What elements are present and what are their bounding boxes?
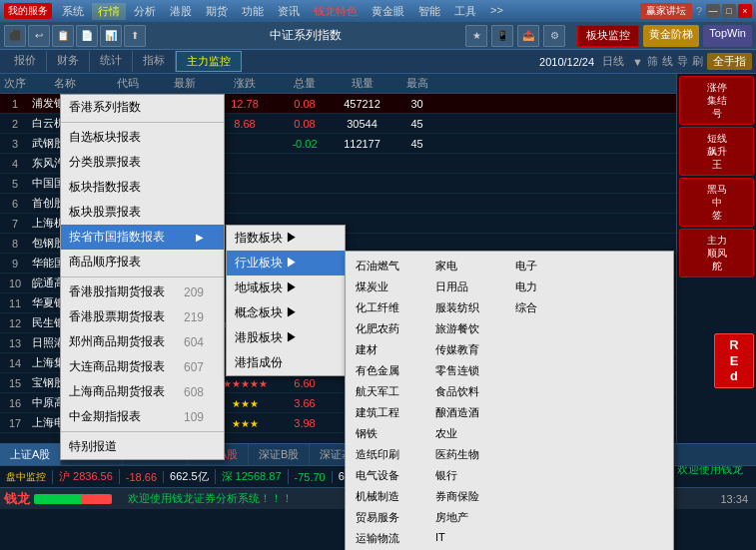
industry-item[interactable]	[589, 507, 669, 528]
winner-talk-button[interactable]: 赢家讲坛	[640, 3, 692, 19]
maximize-button[interactable]: □	[722, 4, 736, 18]
menu-item-hk-futures-2[interactable]: 香港股票期货报表 219	[61, 304, 224, 329]
filter-btn[interactable]: 筛	[647, 54, 658, 69]
red-badge[interactable]: REd	[714, 333, 754, 388]
industry-item[interactable]	[509, 360, 589, 381]
industry-item[interactable]	[589, 360, 669, 381]
sidebar-btn-zangtingjijie[interactable]: 涨停 集结 号	[679, 76, 754, 125]
toolbar-icon-6[interactable]: ⬆	[124, 25, 146, 47]
tab-quote[interactable]: 报价	[4, 51, 47, 72]
industry-item[interactable]	[589, 256, 669, 276]
close-button[interactable]: ×	[738, 4, 752, 18]
menu-system[interactable]: 系统	[56, 3, 90, 20]
industry-item[interactable]: 酿酒造酒	[429, 402, 509, 423]
menu-ai[interactable]: 智能	[412, 3, 446, 20]
industry-item[interactable]: 运输物流	[350, 528, 429, 549]
toolbar-right-icon-3[interactable]: 📤	[517, 25, 539, 47]
industry-item[interactable]: 建筑工程	[350, 402, 429, 423]
menu-item-hk-series[interactable]: 香港系列指数	[61, 95, 224, 120]
gold-ladder-button[interactable]: 黄金阶梯	[643, 25, 699, 47]
industry-item[interactable]	[589, 276, 669, 297]
submenu-industry-block-item[interactable]: 行业板块 ▶ 石油燃气 家电 电子 煤炭业 日用品 电力	[227, 251, 345, 275]
menu-item-commodity-order[interactable]: 商品顺序报表	[61, 250, 224, 275]
menu-item-custom-block[interactable]: 自选板块报表	[61, 125, 224, 150]
minimize-button[interactable]: —	[706, 4, 720, 18]
industry-item[interactable]: 电子	[509, 256, 589, 276]
industry-item[interactable]: 零售连锁	[429, 360, 509, 381]
block-monitor-button[interactable]: 板块监控	[577, 25, 639, 47]
submenu-hk-block-item[interactable]: 港股板块 ▶	[227, 325, 345, 350]
industry-item[interactable]	[509, 507, 589, 528]
industry-item[interactable]: 房地产	[429, 507, 509, 528]
topwin-button[interactable]: TopWin	[703, 25, 752, 47]
toolbar-right-icon-2[interactable]: 📱	[491, 25, 513, 47]
submenu-index-block-item[interactable]: 指数板块 ▶	[227, 226, 345, 251]
industry-item[interactable]	[589, 402, 669, 423]
industry-item[interactable]: 建材	[350, 339, 429, 360]
industry-item[interactable]	[589, 528, 669, 549]
export-btn[interactable]: 导	[677, 54, 688, 69]
industry-item[interactable]	[589, 486, 669, 507]
industry-item[interactable]: 医药生物	[429, 444, 509, 465]
menu-item-shanghai-futures[interactable]: 上海商品期货报表 608	[61, 379, 224, 404]
tab-finance[interactable]: 财务	[47, 51, 90, 72]
industry-item[interactable]	[589, 381, 669, 402]
menu-analysis[interactable]: 分析	[128, 3, 162, 20]
sidebar-btn-heimazhong[interactable]: 黑马 中 签	[679, 178, 754, 227]
industry-item[interactable]: 化肥农药	[350, 318, 429, 339]
menu-hk[interactable]: 港股	[164, 3, 198, 20]
sidebar-btn-zhulishunfengdu[interactable]: 主力 顺风 舵	[679, 229, 754, 277]
industry-item[interactable]	[509, 444, 589, 465]
industry-item[interactable]	[509, 318, 589, 339]
toolbar-right-icon-4[interactable]: ⚙	[543, 25, 565, 47]
menu-tools[interactable]: 工具	[448, 3, 482, 20]
line-btn[interactable]: 线	[662, 54, 673, 69]
sidebar-btn-duanxian[interactable]: 短线 飙升 王	[679, 127, 754, 176]
industry-item[interactable]	[509, 528, 589, 549]
app-logo[interactable]: 我的服务	[4, 3, 52, 19]
menu-special[interactable]: 钱龙特色	[308, 3, 364, 20]
menu-item-dalian-futures[interactable]: 大连商品期货报表 607	[61, 354, 224, 379]
menu-gold-eye[interactable]: 黄金眼	[366, 3, 410, 20]
menu-item-zhengzhou-futures[interactable]: 郑州商品期货报表 604	[61, 329, 224, 354]
industry-item[interactable]: 航天军工	[350, 381, 429, 402]
industry-item[interactable]: 食品饮料	[429, 381, 509, 402]
industry-item[interactable]: 石油燃气	[350, 256, 429, 276]
menu-item-category-stock[interactable]: 分类股票报表	[61, 150, 224, 175]
tab-main-monitor[interactable]: 主力监控	[176, 51, 242, 72]
period-button[interactable]: 日线	[598, 54, 628, 69]
industry-item[interactable]: 煤炭业	[350, 276, 429, 297]
industry-item[interactable]: 造纸印刷	[350, 444, 429, 465]
menu-item-special-report[interactable]: 特别报道	[61, 434, 224, 459]
industry-item[interactable]: 钢铁	[350, 423, 429, 444]
menu-item-block-index[interactable]: 板块指数报表	[61, 175, 224, 200]
industry-item[interactable]	[509, 402, 589, 423]
industry-item[interactable]	[509, 465, 589, 486]
industry-item[interactable]: 券商保险	[429, 486, 509, 507]
industry-item[interactable]: 农业	[429, 423, 509, 444]
period-dropdown-icon[interactable]: ▼	[632, 56, 643, 68]
menu-more[interactable]: >>	[484, 3, 509, 20]
btab-szb[interactable]: 深证B股	[249, 444, 310, 465]
industry-item[interactable]: 家电	[429, 256, 509, 276]
toolbar-icon-5[interactable]: 📊	[100, 25, 122, 47]
menu-info[interactable]: 资讯	[272, 3, 306, 20]
industry-item[interactable]	[509, 339, 589, 360]
industry-item[interactable]: 服装纺织	[429, 297, 509, 318]
submenu-region-block-item[interactable]: 地域板块 ▶	[227, 275, 345, 300]
industry-item[interactable]: IT	[429, 528, 509, 549]
industry-item[interactable]	[509, 423, 589, 444]
menu-item-block-stock[interactable]: 板块股票报表	[61, 200, 224, 225]
menu-item-zhongjin-futures[interactable]: 中金期指报表 109	[61, 404, 224, 429]
tab-stats[interactable]: 统计	[90, 51, 133, 72]
menu-item-province-index[interactable]: 按省市国指数报表 ▶ 指数板块 ▶ 行业板块 ▶ 石油燃气 家电 电子	[61, 225, 224, 250]
industry-item[interactable]: 传媒教育	[429, 339, 509, 360]
menu-futures[interactable]: 期货	[200, 3, 234, 20]
toolbar-icon-2[interactable]: ↩	[28, 25, 50, 47]
menu-item-hk-futures-1[interactable]: 香港股指期货报表 209	[61, 279, 224, 304]
industry-item[interactable]: 机械制造	[350, 486, 429, 507]
industry-item[interactable]: 综合	[509, 297, 589, 318]
submenu-hk-component-item[interactable]: 港指成份	[227, 350, 345, 375]
industry-item[interactable]	[589, 297, 669, 318]
menu-hangqing[interactable]: 行情	[92, 3, 126, 20]
